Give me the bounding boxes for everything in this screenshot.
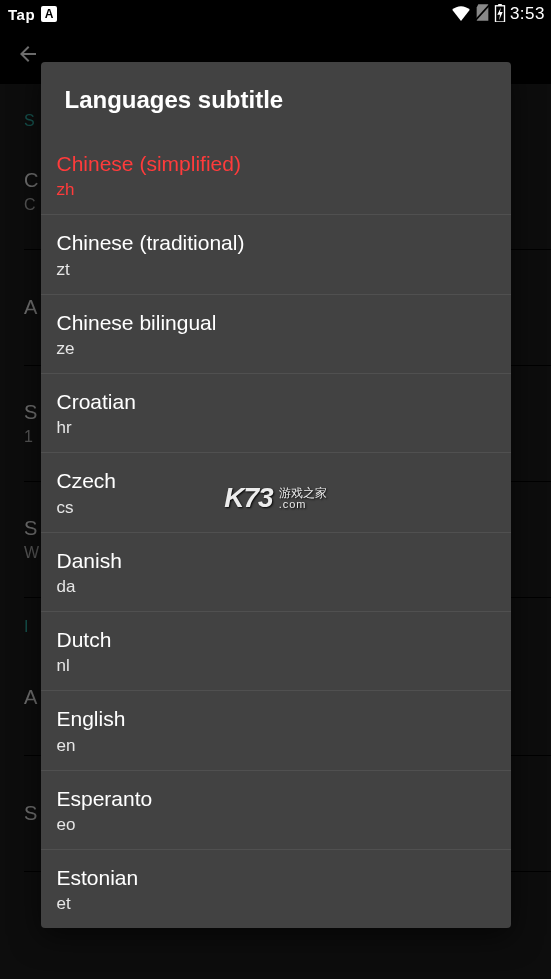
language-name: Czech <box>57 467 495 495</box>
language-name: Danish <box>57 547 495 575</box>
svg-rect-2 <box>498 4 502 6</box>
language-code: ze <box>57 339 495 359</box>
language-name: Esperanto <box>57 785 495 813</box>
language-name: Chinese (simplified) <box>57 150 495 178</box>
language-code: da <box>57 577 495 597</box>
battery-charging-icon <box>494 4 506 25</box>
languages-dialog: Languages subtitle Chinese (simplified)z… <box>41 62 511 928</box>
language-code: en <box>57 736 495 756</box>
language-option[interactable]: Chinese (traditional)zt <box>41 215 511 294</box>
language-code: et <box>57 894 495 914</box>
language-code: cs <box>57 498 495 518</box>
language-code: hr <box>57 418 495 438</box>
dialog-title: Languages subtitle <box>41 62 511 136</box>
language-name: Croatian <box>57 388 495 416</box>
language-option[interactable]: Englishen <box>41 691 511 770</box>
language-name: Dutch <box>57 626 495 654</box>
language-option[interactable]: Danishda <box>41 533 511 612</box>
language-option[interactable]: Chinese (simplified)zh <box>41 136 511 215</box>
language-name: Estonian <box>57 864 495 892</box>
language-code: eo <box>57 815 495 835</box>
language-option[interactable]: Croatianhr <box>41 374 511 453</box>
language-code: nl <box>57 656 495 676</box>
status-a-badge: A <box>41 6 57 22</box>
dialog-scrim[interactable]: Languages subtitle Chinese (simplified)z… <box>0 28 551 979</box>
language-name: English <box>57 705 495 733</box>
status-bar: Tap A 3:53 <box>0 0 551 28</box>
language-list: Chinese (simplified)zhChinese (tradition… <box>41 136 511 928</box>
wifi-icon <box>451 5 471 24</box>
language-code: zh <box>57 180 495 200</box>
language-name: Chinese bilingual <box>57 309 495 337</box>
language-option[interactable]: Chinese bilingualze <box>41 295 511 374</box>
language-name: Chinese (traditional) <box>57 229 495 257</box>
language-option[interactable]: Esperantoeo <box>41 771 511 850</box>
no-sim-icon <box>475 4 490 24</box>
status-tap-label: Tap <box>8 6 35 23</box>
language-option[interactable]: Czechcs <box>41 453 511 532</box>
language-code: zt <box>57 260 495 280</box>
language-option[interactable]: Dutchnl <box>41 612 511 691</box>
status-clock: 3:53 <box>510 4 545 24</box>
language-option[interactable]: Estonianet <box>41 850 511 928</box>
